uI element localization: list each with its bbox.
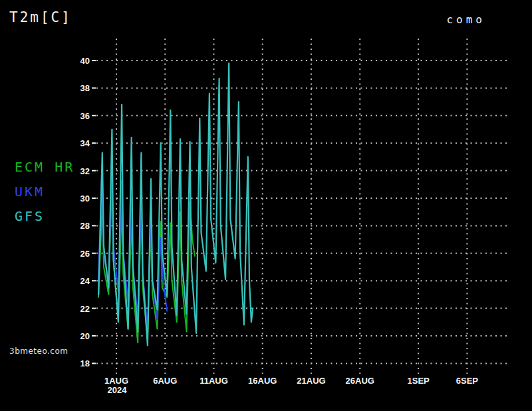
x-tick-year-label: 2024 (108, 385, 128, 395)
chart-title: T2m[C] (9, 9, 72, 25)
temperature-chart: 4038363432302826242220181AUG20246AUG11AU… (0, 0, 532, 411)
x-tick-label: 11AUG (200, 376, 228, 386)
x-tick-label: 26AUG (346, 376, 374, 386)
y-tick-label: 30 (80, 194, 90, 204)
y-tick-label: 40 (80, 56, 90, 66)
x-tick-label: 1AUG (104, 376, 128, 386)
x-tick-label: 16AUG (248, 376, 277, 386)
forecast-lines (98, 63, 253, 345)
legend-item-ukm: UKM (15, 185, 74, 198)
gridlines (92, 39, 507, 374)
chart-legend: ECM HR UKM GFS (15, 160, 74, 234)
y-tick-label: 32 (80, 166, 90, 176)
y-tick-label: 28 (80, 221, 90, 231)
y-tick-label: 24 (80, 276, 90, 286)
legend-item-gfs: GFS (15, 209, 74, 223)
x-tick-label: 6SEP (456, 376, 479, 386)
y-tick-label: 22 (80, 304, 90, 314)
y-tick-label: 38 (80, 83, 90, 93)
watermark: 3bmeteo.com (9, 346, 68, 356)
y-tick-label: 36 (80, 111, 90, 121)
y-tick-label: 26 (80, 249, 90, 259)
legend-item-ecm-hr: ECM HR (15, 160, 74, 174)
x-tick-label: 6AUG (153, 376, 177, 386)
y-tick-label: 20 (80, 331, 90, 341)
y-tick-label: 34 (80, 138, 90, 148)
location-label: como (446, 13, 485, 26)
weather-chart-page: { "header": { "title": "T2m[C]", "locati… (0, 0, 532, 411)
y-tick-label: 18 (80, 358, 90, 368)
x-tick-label: 21AUG (297, 376, 325, 386)
x-tick-label: 1SEP (408, 376, 430, 386)
